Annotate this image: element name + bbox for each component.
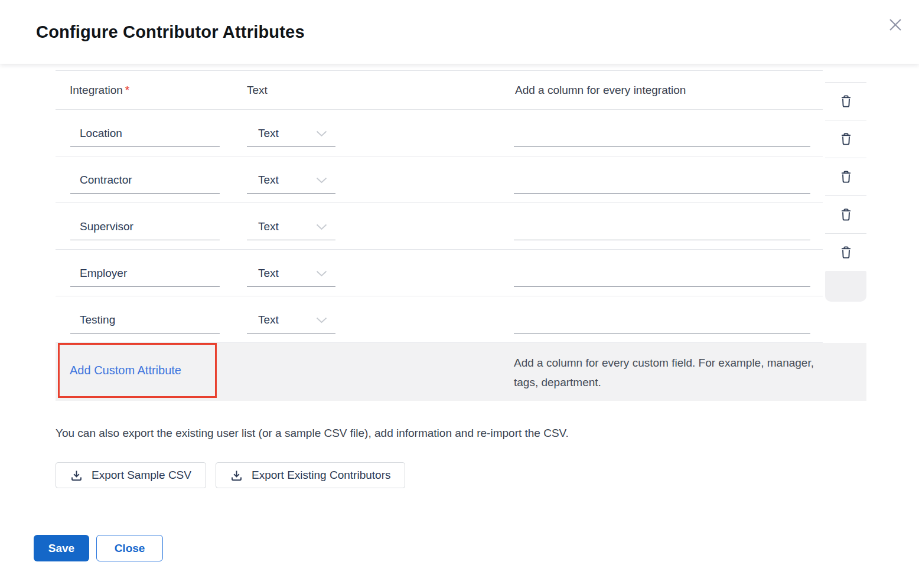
type-select-value: Text (258, 313, 279, 328)
delete-column-empty-cell (825, 271, 866, 302)
delete-cell (825, 82, 866, 120)
trash-icon (840, 177, 852, 185)
delete-attribute-button[interactable] (837, 205, 855, 224)
dialog-title: Configure Contributor Attributes (36, 22, 305, 42)
attribute-type-select[interactable]: Text (247, 168, 335, 194)
delete-column (825, 70, 866, 302)
table-row: Text (56, 203, 823, 250)
save-button[interactable]: Save (34, 535, 89, 561)
attribute-description-input[interactable] (514, 168, 810, 194)
attribute-type-select[interactable]: Text (247, 308, 335, 334)
table-row-integration: Integration* Text Add a column for every… (56, 71, 823, 110)
dialog-actions: Save Close (34, 535, 919, 561)
delete-attribute-button[interactable] (837, 130, 855, 148)
attributes-table: Integration* Text Add a column for every… (56, 70, 866, 401)
table-row: Text (56, 250, 823, 296)
export-existing-contributors-button[interactable]: Export Existing Contributors (216, 462, 406, 488)
download-icon (70, 469, 83, 482)
type-select-value: Text (258, 174, 279, 188)
dialog-close-button[interactable] (887, 16, 904, 34)
export-hint-text: You can also export the existing user li… (56, 427, 919, 440)
type-select-value: Text (258, 267, 279, 281)
close-button[interactable]: Close (96, 535, 163, 561)
chevron-down-icon (316, 130, 327, 137)
type-select-value: Text (258, 220, 279, 234)
table-row: Text (56, 296, 823, 343)
attribute-type-select[interactable]: Text (247, 261, 335, 287)
attribute-type-label: Text (247, 84, 335, 97)
attribute-description-input[interactable] (514, 261, 810, 287)
delete-attribute-button[interactable] (837, 243, 855, 262)
export-sample-csv-label: Export Sample CSV (92, 469, 191, 482)
delete-cell (825, 120, 866, 158)
type-select-value: Text (258, 127, 279, 141)
attribute-type-select[interactable]: Text (247, 121, 335, 147)
dialog-header: Configure Contributor Attributes (0, 0, 919, 64)
trash-icon (840, 101, 852, 110)
delete-cell (825, 233, 866, 271)
delete-attribute-button[interactable] (837, 92, 855, 110)
add-custom-attribute-row: Add Custom Attribute Add a column for ev… (56, 343, 866, 401)
attribute-name-input[interactable] (70, 308, 220, 334)
required-asterisk: * (125, 84, 129, 96)
delete-cell (825, 158, 866, 195)
delete-column-spacer (825, 70, 866, 82)
configure-contributor-attributes-dialog: Configure Contributor Attributes Integra… (0, 0, 919, 588)
chevron-down-icon (316, 317, 327, 324)
integration-label: Integration (70, 84, 123, 96)
trash-icon (840, 252, 852, 261)
attribute-description-input[interactable] (514, 121, 810, 147)
export-existing-contributors-label: Export Existing Contributors (252, 469, 391, 482)
delete-cell (825, 195, 866, 233)
attribute-description-label: Add a column for every integration (515, 84, 810, 97)
table-row: Text (56, 110, 823, 156)
add-custom-attribute-link[interactable]: Add Custom Attribute (70, 343, 181, 398)
attribute-description-input[interactable] (514, 214, 810, 240)
export-buttons-row: Export Sample CSV Export Existing Contri… (56, 462, 919, 488)
x-icon (888, 17, 903, 32)
attribute-description-input[interactable] (514, 308, 810, 334)
attribute-type-select[interactable]: Text (247, 214, 335, 240)
chevron-down-icon (316, 224, 327, 230)
attribute-name-input[interactable] (70, 168, 220, 194)
chevron-down-icon (316, 270, 327, 277)
attributes-table-body: Integration* Text Add a column for every… (56, 70, 823, 343)
trash-icon (840, 214, 852, 223)
add-custom-attribute-description: Add a column for every custom field. For… (514, 353, 821, 392)
delete-attribute-button[interactable] (837, 168, 855, 186)
attribute-name-label: Integration* (70, 84, 220, 97)
attribute-name-input[interactable] (70, 261, 220, 287)
export-sample-csv-button[interactable]: Export Sample CSV (56, 462, 206, 488)
download-icon (230, 469, 243, 482)
chevron-down-icon (316, 177, 327, 184)
table-row: Text (56, 156, 823, 203)
attribute-name-input[interactable] (70, 121, 220, 147)
trash-icon (840, 139, 852, 148)
attribute-name-input[interactable] (70, 214, 220, 240)
